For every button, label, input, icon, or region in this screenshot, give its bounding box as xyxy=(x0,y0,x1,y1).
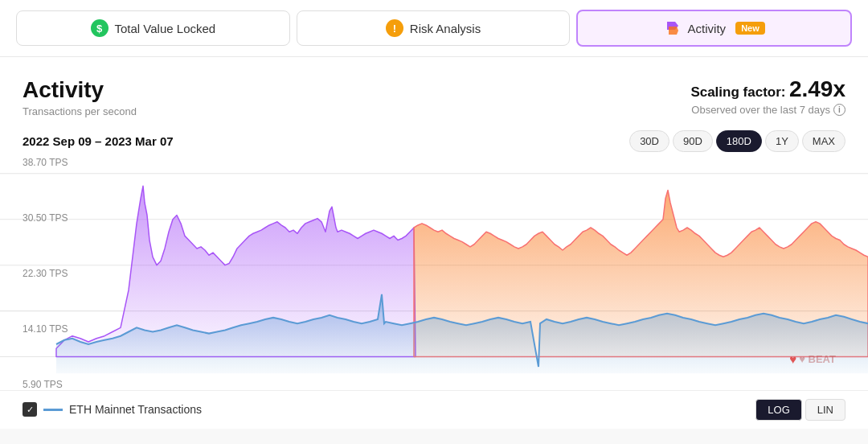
scaling-value: 2.49x xyxy=(789,76,845,101)
scaling-header: Scaling factor: 2.49x xyxy=(690,76,845,102)
scale-btn-log[interactable]: LOG xyxy=(755,399,801,421)
period-btn-max[interactable]: MAX xyxy=(802,130,845,152)
new-badge: New xyxy=(735,22,765,35)
info-icon[interactable]: i xyxy=(833,104,845,116)
period-buttons: 30D 90D 180D 1Y MAX xyxy=(629,130,845,152)
scale-buttons: LOG LIN xyxy=(755,399,845,421)
warning-icon: ! xyxy=(386,19,403,37)
observed-label: Observed over the last 7 days xyxy=(691,104,830,116)
observed-text: Observed over the last 7 days i xyxy=(690,104,845,116)
date-range-row: 2022 Sep 09 – 2023 Mar 07 30D 90D 180D 1… xyxy=(23,130,845,152)
period-btn-30d[interactable]: 30D xyxy=(629,130,669,152)
period-btn-180d[interactable]: 180D xyxy=(716,130,762,152)
tab-tvl[interactable]: $ Total Value Locked xyxy=(16,10,290,46)
legend-checkbox[interactable]: ✓ xyxy=(23,402,37,417)
period-btn-1y[interactable]: 1Y xyxy=(765,130,799,152)
legend-line xyxy=(43,409,63,411)
activity-icon xyxy=(664,19,682,37)
date-range: 2022 Sep 09 – 2023 Mar 07 xyxy=(23,134,174,148)
legend-label: ETH Mainnet Transactions xyxy=(69,403,202,416)
main-content: Activity Transactions per second Scaling… xyxy=(0,57,868,390)
chart-svg xyxy=(0,157,868,390)
page-subtitle: Transactions per second xyxy=(23,105,137,117)
scale-btn-lin[interactable]: LIN xyxy=(805,399,845,421)
chart-svg-container: ♥ ♥ BEAT xyxy=(0,157,868,390)
header-row: Activity Transactions per second Scaling… xyxy=(23,76,845,117)
page-title: Activity xyxy=(23,76,137,104)
dollar-icon: $ xyxy=(91,19,108,37)
tab-risk[interactable]: ! Risk Analysis xyxy=(297,10,571,46)
bottom-bar: ✓ ETH Mainnet Transactions LOG LIN xyxy=(0,390,868,429)
title-section: Activity Transactions per second xyxy=(23,76,137,117)
scaling-label: Scaling factor: xyxy=(690,84,785,100)
tab-activity[interactable]: Activity New xyxy=(576,10,852,47)
tab-tvl-label: Total Value Locked xyxy=(115,22,216,35)
tab-bar: $ Total Value Locked ! Risk Analysis Act… xyxy=(0,0,868,57)
tab-activity-label: Activity xyxy=(688,22,727,35)
tab-risk-label: Risk Analysis xyxy=(410,22,481,35)
legend-item: ✓ ETH Mainnet Transactions xyxy=(23,402,202,417)
scaling-section: Scaling factor: 2.49x Observed over the … xyxy=(690,76,845,116)
chart-area: 38.70 TPS 30.50 TPS 22.30 TPS 14.10 TPS … xyxy=(0,157,868,390)
period-btn-90d[interactable]: 90D xyxy=(673,130,713,152)
watermark: ♥ ♥ BEAT xyxy=(789,352,836,366)
